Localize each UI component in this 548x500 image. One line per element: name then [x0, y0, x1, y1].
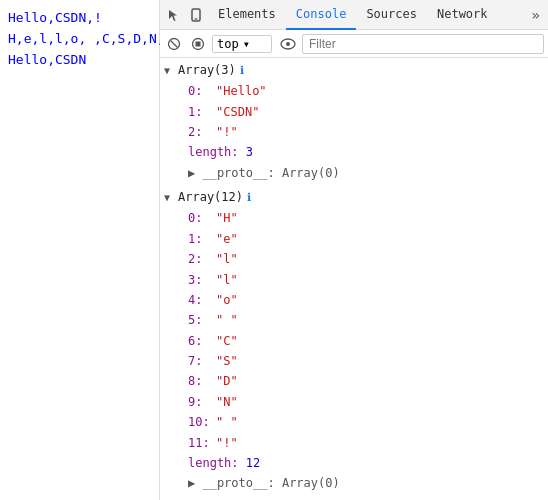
item-value — [216, 310, 238, 330]
item-index: 10: — [188, 412, 216, 432]
proto-item-2[interactable]: ▶ __proto__: Array(0) — [188, 473, 548, 493]
item-value: N — [216, 392, 238, 412]
item-index: 8: — [188, 371, 216, 391]
item-value: Hello — [216, 81, 267, 101]
length-label: length: — [188, 453, 239, 473]
expand-triangle-2[interactable] — [164, 190, 178, 206]
list-item: 5: — [188, 310, 548, 330]
array-group-3: Array(2) ℹ 0: Hello 1: CSDN length: 2 ▶ … — [160, 496, 548, 500]
item-index: 6: — [188, 331, 216, 351]
array-items-2: 0: H 1: e 2: l 3: l 4: o — [160, 208, 548, 493]
expand-triangle-1[interactable] — [164, 63, 178, 79]
array-header-2[interactable]: Array(12) ℹ — [160, 187, 548, 208]
item-value: H — [216, 208, 238, 228]
item-index: 11: — [188, 433, 216, 453]
console-output: Array(3) ℹ 0: Hello 1: CSDN 2: ! length: — [160, 58, 548, 500]
item-value: o — [216, 290, 238, 310]
array-group-2: Array(12) ℹ 0: H 1: e 2: l 3: l — [160, 185, 548, 496]
list-item: 1: e — [188, 229, 548, 249]
list-item: length: 3 — [188, 142, 548, 162]
list-item: 3: l — [188, 270, 548, 290]
item-value: ! — [216, 433, 238, 453]
context-selector[interactable]: top ▾ — [212, 35, 272, 53]
list-item: 9: N — [188, 392, 548, 412]
mobile-icon[interactable] — [186, 5, 206, 25]
length-val: 12 — [246, 453, 260, 473]
tab-console[interactable]: Console — [286, 0, 357, 30]
array-group-1: Array(3) ℹ 0: Hello 1: CSDN 2: ! length: — [160, 58, 548, 185]
item-value — [216, 412, 238, 432]
output-line-3: Hello,CSDN — [8, 50, 151, 71]
list-item: 1: CSDN — [188, 102, 548, 122]
item-value: S — [216, 351, 238, 371]
output-line-2: H,e,l,l,o, ,C,S,D,N, ,! — [8, 29, 151, 50]
eye-icon[interactable] — [278, 34, 298, 54]
item-index: 5: — [188, 310, 216, 330]
dropdown-arrow: ▾ — [243, 37, 250, 51]
array-header-1[interactable]: Array(3) ℹ — [160, 60, 548, 81]
tab-sources[interactable]: Sources — [356, 0, 427, 30]
svg-line-3 — [171, 40, 178, 47]
item-index: 2: — [188, 249, 216, 269]
stop-icon[interactable] — [188, 34, 208, 54]
item-index: 3: — [188, 270, 216, 290]
item-value: ! — [216, 122, 238, 142]
tabs-bar: Elements Console Sources Network » — [160, 0, 548, 30]
tab-elements[interactable]: Elements — [208, 0, 286, 30]
list-item: 4: o — [188, 290, 548, 310]
devtools-panel: Elements Console Sources Network » top ▾ — [160, 0, 548, 500]
item-index: 2: — [188, 122, 216, 142]
cursor-icon[interactable] — [164, 5, 184, 25]
item-index: 7: — [188, 351, 216, 371]
list-item: length: 12 — [188, 453, 548, 473]
item-value: CSDN — [216, 102, 259, 122]
proto-label-2: ▶ __proto__: Array(0) — [188, 473, 340, 493]
output-line-1: Hello,CSDN,! — [8, 8, 151, 29]
array-label-1: Array(3) — [178, 61, 236, 80]
list-item: 6: C — [188, 331, 548, 351]
array-info-icon-1[interactable]: ℹ — [240, 62, 244, 80]
list-item: 11: ! — [188, 433, 548, 453]
left-output-panel: Hello,CSDN,! H,e,l,l,o, ,C,S,D,N, ,! Hel… — [0, 0, 160, 500]
item-value: l — [216, 249, 238, 269]
clear-console-icon[interactable] — [164, 34, 184, 54]
proto-label-1: ▶ __proto__: Array(0) — [188, 163, 340, 183]
item-index: 9: — [188, 392, 216, 412]
svg-rect-5 — [196, 41, 201, 46]
item-value: D — [216, 371, 238, 391]
item-index: 0: — [188, 81, 216, 101]
svg-point-7 — [286, 42, 290, 46]
list-item: 10: — [188, 412, 548, 432]
item-value: e — [216, 229, 238, 249]
item-value: C — [216, 331, 238, 351]
array-info-icon-2[interactable]: ℹ — [247, 189, 251, 207]
array-label-2: Array(12) — [178, 188, 243, 207]
context-value: top — [217, 37, 239, 51]
proto-item-1[interactable]: ▶ __proto__: Array(0) — [188, 163, 548, 183]
length-val: 3 — [246, 142, 253, 162]
item-index: 4: — [188, 290, 216, 310]
list-item: 8: D — [188, 371, 548, 391]
array-items-1: 0: Hello 1: CSDN 2: ! length: 3 ▶ __prot… — [160, 81, 548, 183]
item-value: l — [216, 270, 238, 290]
item-index: 0: — [188, 208, 216, 228]
list-item: 0: H — [188, 208, 548, 228]
list-item: 7: S — [188, 351, 548, 371]
list-item: 0: Hello — [188, 81, 548, 101]
console-toolbar: top ▾ — [160, 30, 548, 58]
more-tabs-icon[interactable]: » — [528, 7, 544, 23]
list-item: 2: l — [188, 249, 548, 269]
filter-input[interactable] — [302, 34, 544, 54]
item-index: 1: — [188, 102, 216, 122]
list-item: 2: ! — [188, 122, 548, 142]
length-label: length: — [188, 142, 239, 162]
tab-network[interactable]: Network — [427, 0, 498, 30]
item-index: 1: — [188, 229, 216, 249]
